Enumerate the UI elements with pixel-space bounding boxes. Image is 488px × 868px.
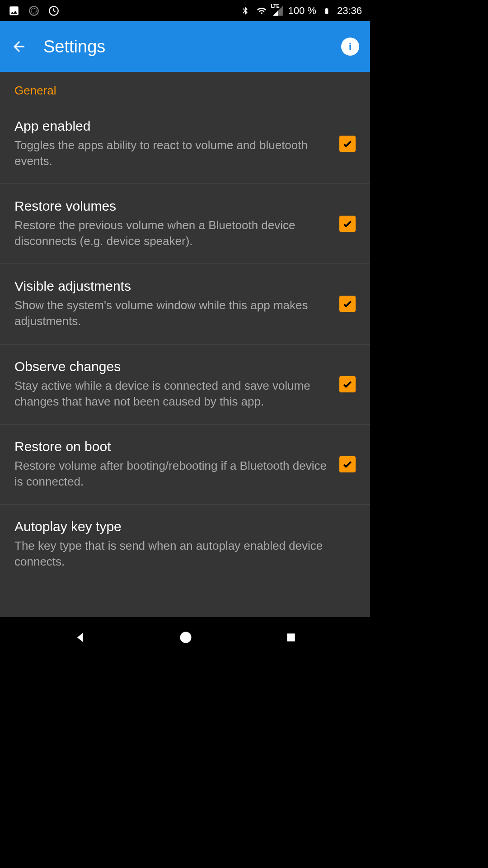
battery-icon (321, 5, 333, 17)
checkbox-visible-adjustments[interactable] (339, 296, 356, 312)
setting-title: Restore volumes (14, 198, 328, 214)
setting-title: Autoplay key type (14, 519, 345, 534)
setting-autoplay-key-type[interactable]: Autoplay key type The key type that is s… (0, 505, 370, 584)
lte-signal-icon: LTE (272, 5, 284, 17)
checkbox-app-enabled[interactable] (339, 136, 356, 152)
battery-percent: 100 % (288, 5, 316, 17)
checkbox-restore-volumes[interactable] (339, 216, 356, 232)
check-icon (342, 378, 353, 390)
nav-recent-button[interactable] (285, 632, 297, 643)
back-button[interactable] (11, 38, 27, 55)
wifi-icon (256, 5, 267, 17)
clock-icon (48, 5, 60, 17)
page-title: Settings (43, 37, 325, 57)
status-left-icons (8, 5, 60, 17)
setting-description: Restore the previous volume when a Bluet… (14, 217, 328, 249)
section-header-general: General (0, 72, 370, 104)
svg-point-0 (29, 6, 38, 15)
setting-description: Toggles the apps ability to react to vol… (14, 137, 328, 169)
clock-time: 23:36 (337, 5, 362, 17)
nav-home-button[interactable] (179, 631, 192, 644)
setting-description: Stay active while a device is connected … (14, 378, 328, 410)
circle-icon (28, 5, 40, 17)
setting-visible-adjustments[interactable]: Visible adjustments Show the system's vo… (0, 264, 370, 344)
setting-title: Observe changes (14, 359, 328, 374)
setting-title: App enabled (14, 118, 328, 134)
bluetooth-icon (239, 5, 251, 17)
svg-point-3 (180, 632, 192, 643)
setting-restore-volumes[interactable]: Restore volumes Restore the previous vol… (0, 184, 370, 264)
setting-description: The key type that is send when an autopl… (14, 538, 345, 570)
check-icon (342, 138, 353, 150)
setting-title: Restore on boot (14, 439, 328, 454)
check-icon (342, 298, 353, 310)
svg-rect-4 (287, 633, 295, 641)
svg-point-1 (32, 8, 37, 13)
checkbox-observe-changes[interactable] (339, 376, 356, 392)
status-bar: LTE 100 % 23:36 (0, 0, 370, 21)
nav-back-button[interactable] (73, 631, 87, 644)
image-icon (8, 5, 20, 17)
checkbox-restore-on-boot[interactable] (339, 456, 356, 472)
setting-app-enabled[interactable]: App enabled Toggles the apps ability to … (0, 104, 370, 184)
navigation-bar (0, 617, 370, 658)
settings-content: General App enabled Toggles the apps abi… (0, 72, 370, 617)
check-icon (342, 458, 353, 470)
setting-title: Visible adjustments (14, 278, 328, 294)
info-button[interactable]: i (341, 38, 359, 56)
app-bar: Settings i (0, 21, 370, 72)
setting-description: Show the system's volume window while th… (14, 297, 328, 329)
status-right: LTE 100 % 23:36 (239, 5, 362, 17)
setting-observe-changes[interactable]: Observe changes Stay active while a devi… (0, 344, 370, 425)
check-icon (342, 218, 353, 230)
setting-description: Restore volume after booting/rebooting i… (14, 458, 328, 490)
setting-restore-on-boot[interactable]: Restore on boot Restore volume after boo… (0, 425, 370, 505)
info-icon: i (349, 41, 352, 53)
